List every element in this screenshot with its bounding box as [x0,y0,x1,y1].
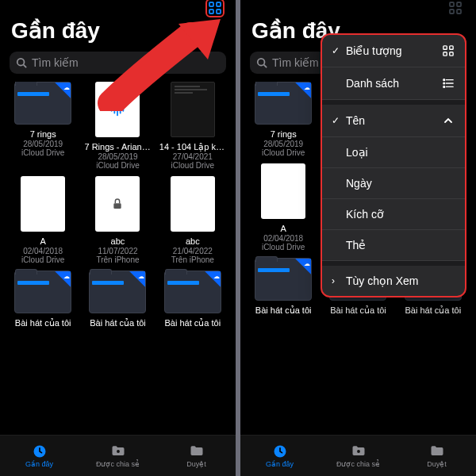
svg-point-19 [258,59,265,66]
menu-icon-view[interactable]: ✓ Biểu tượng [322,35,465,67]
menu-sort-kind[interactable]: Loại [322,137,465,168]
file-name: 7 rings [10,129,76,140]
menu-label: Thẻ [346,239,366,251]
menu-label: Ngày [346,177,372,190]
file-date: 28/05/2019 [98,152,137,161]
file-item[interactable]: ☁ 7 rings 28/05/2019 iCloud Drive [8,82,78,170]
view-toggle-button[interactable] [205,0,225,17]
topbar [240,0,476,16]
file-item[interactable]: ☁ Bài hát của tôi [8,271,78,328]
svg-point-33 [443,86,445,88]
search-input[interactable]: Tìm kiếm [10,52,226,74]
svg-point-13 [117,450,120,453]
topbar [0,0,236,16]
file-date: 11/07/2022 [98,247,137,255]
file-item[interactable]: A 02/04/2018 iCloud Drive [248,163,318,251]
folder-icon [188,443,205,459]
phone-right: Gần đây Tìm kiếm ☁ 7 rings 28/05/2019 iC… [240,0,476,476]
tab-recent[interactable]: Gần đây [0,436,79,476]
tab-bar: Gần đây Được chia sẻ Duyệt [240,435,476,476]
menu-label: Danh sách [346,77,399,90]
cloud-badge-icon: ☁ [213,272,220,281]
search-placeholder: Tìm kiếm [272,56,319,69]
folder-icon: ☁ [255,82,312,125]
audio-file-icon [95,82,140,137]
svg-rect-25 [450,46,453,49]
folder-icon: ☁ [14,271,71,313]
document-icon [21,176,65,232]
view-toggle-button[interactable] [446,0,465,17]
svg-rect-27 [450,52,453,56]
menu-list-view[interactable]: Danh sách [322,67,465,100]
clock-icon [32,443,48,459]
svg-rect-17 [450,10,454,13]
file-date: 27/04/2021 [173,152,213,161]
tab-recent[interactable]: Gần đây [240,436,319,476]
svg-point-4 [17,59,25,66]
file-item[interactable]: abc 21/04/2022 Trên iPhone [158,176,228,264]
check-icon: ✓ [332,115,346,126]
file-item[interactable]: 7 Rings - Ariana…MP3] 28/05/2019 iCloud … [83,82,152,170]
tab-shared[interactable]: Được chia sẻ [79,436,157,476]
file-date: 21/04/2022 [173,247,213,255]
shared-folder-icon [350,443,367,459]
file-name: Bài hát của tôi [400,305,466,316]
menu-label: Kích cỡ [346,208,384,221]
menu-label: Tên [346,114,365,127]
menu-sort-size[interactable]: Kích cỡ [322,199,465,230]
tab-shared[interactable]: Được chia sẻ [319,436,397,476]
file-name: Bài hát của tôi [159,318,226,328]
file-location: Trên iPhone [96,255,139,264]
file-name: 14 - 104 Lập kế ho…duyệt [159,142,226,152]
file-item[interactable]: abc 11/07/2022 Trên iPhone [83,176,152,264]
file-item[interactable]: A 02/04/2018 iCloud Drive [8,176,78,264]
menu-sort-date[interactable]: Ngày [322,168,465,199]
menu-sort-tags[interactable]: Thẻ [322,230,465,261]
check-icon: ✓ [332,45,346,56]
document-icon [261,163,305,219]
file-location: iCloud Drive [21,255,64,264]
file-item[interactable]: ☁ Bài hát của tôi [83,271,152,328]
svg-point-23 [357,450,360,453]
file-location: iCloud Drive [262,243,305,251]
menu-sort-name[interactable]: ✓ Tên [322,100,465,137]
search-placeholder: Tìm kiếm [32,56,79,69]
file-item[interactable]: ☁ Bài hát của tôi [158,271,228,328]
file-item[interactable]: ☁ 7 rings 28/05/2019 iCloud Drive [248,82,318,157]
file-name: Bài hát của tôi [324,305,391,316]
svg-rect-3 [217,10,221,13]
document-icon [171,176,215,232]
tab-bar: Gần đây Được chia sẻ Duyệt [0,435,236,476]
cloud-badge-icon: ☁ [63,83,70,92]
grid-icon [449,2,462,14]
svg-rect-2 [209,10,213,13]
svg-rect-16 [457,2,461,6]
chevron-right-icon: › [332,275,346,286]
svg-line-20 [264,65,267,68]
grid-icon [443,45,454,56]
clock-icon [272,443,288,459]
svg-rect-18 [457,10,461,13]
tab-label: Được chia sẻ [336,460,380,468]
phone-left: Gần đây Tìm kiếm ☁ 7 rings 28/05/2019 iC… [0,0,236,476]
file-location: Trên iPhone [171,255,214,264]
file-item[interactable]: ☁ Bài hát của tôi [248,258,318,316]
tab-label: Gần đây [266,460,294,468]
tab-browse[interactable]: Duyệt [157,436,236,476]
folder-icon: ☁ [89,271,146,313]
menu-label: Tùy chọn Xem [346,274,418,287]
menu-view-options[interactable]: › Tùy chọn Xem [322,261,465,296]
svg-point-32 [443,83,445,84]
search-icon [16,57,27,68]
file-date: 02/04/2018 [23,247,63,255]
file-name: Bài hát của tôi [250,305,317,316]
file-item[interactable]: 14 - 104 Lập kế ho…duyệt 27/04/2021 iClo… [158,82,228,170]
view-menu: ✓ Biểu tượng Danh sách ✓ Tên Loại Ngày K… [321,33,466,298]
search-icon [256,57,267,68]
waveform-icon [109,101,126,118]
svg-rect-1 [217,2,221,6]
file-name: A [250,224,317,234]
svg-point-31 [443,79,445,81]
shared-folder-icon [109,443,127,459]
tab-browse[interactable]: Duyệt [397,436,476,476]
